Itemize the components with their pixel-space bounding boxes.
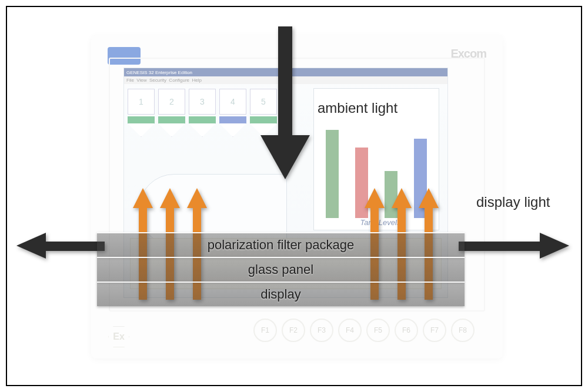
svg-rect-4 xyxy=(459,242,541,251)
ex-mark: Ex xyxy=(108,326,130,348)
svg-marker-3 xyxy=(16,233,46,259)
svg-marker-5 xyxy=(540,233,569,259)
silo: 4 xyxy=(219,89,246,137)
fkey[interactable]: F8 xyxy=(451,319,475,342)
menu-configure: Configure xyxy=(169,78,189,83)
silo: 2 xyxy=(158,89,185,137)
fkey[interactable]: F2 xyxy=(282,319,305,342)
reflected-right-arrow-icon xyxy=(459,231,570,260)
menu-file: File xyxy=(126,78,134,83)
fkey[interactable]: F3 xyxy=(310,319,333,342)
layer-stack: polarization filter package glass panel … xyxy=(97,232,465,306)
layer-polarization: polarization filter package xyxy=(97,232,465,257)
ambient-light-arrow-icon xyxy=(256,26,315,182)
function-key-row: F1 F2 F3 F4 F5 F6 F7 F8 xyxy=(253,319,475,342)
layer-glass: glass panel xyxy=(97,257,465,282)
fkey[interactable]: F6 xyxy=(395,319,418,342)
layer-label: polarization filter package xyxy=(208,237,354,253)
menu-help: Help xyxy=(192,78,202,83)
menu-security: Security xyxy=(149,78,166,83)
svg-marker-1 xyxy=(260,135,310,179)
silo: 1 xyxy=(128,89,155,137)
svg-rect-2 xyxy=(43,242,105,251)
layer-label: display xyxy=(260,287,300,302)
ambient-light-label: ambient light xyxy=(318,100,397,116)
fkey[interactable]: F4 xyxy=(338,319,362,342)
fkey[interactable]: F7 xyxy=(423,319,446,342)
fkey[interactable]: F5 xyxy=(366,319,390,342)
svg-rect-0 xyxy=(278,26,292,138)
display-light-label: display light xyxy=(476,194,550,210)
fkey[interactable]: F1 xyxy=(253,319,277,342)
layer-display: display xyxy=(97,282,465,306)
layer-label: glass panel xyxy=(248,262,313,277)
window-title: GENESIS 32 Enterprise Edition xyxy=(126,70,192,75)
silo: 3 xyxy=(189,89,216,137)
menu-view: View xyxy=(136,78,146,83)
reflected-left-arrow-icon xyxy=(16,231,105,260)
